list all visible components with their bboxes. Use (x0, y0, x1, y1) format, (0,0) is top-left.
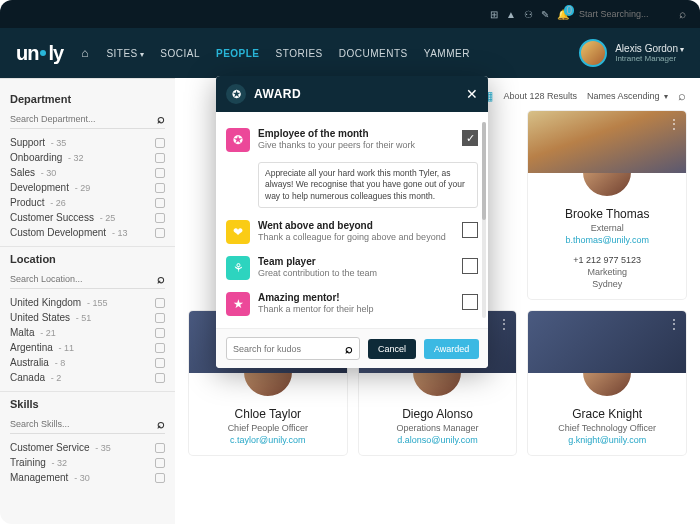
filter-item[interactable]: Malta - 21 (10, 325, 165, 340)
filter-label: Customer Success - 25 (10, 212, 155, 223)
filter-item[interactable]: United Kingdom - 155 (10, 295, 165, 310)
checkbox[interactable] (462, 258, 478, 274)
filter-item[interactable]: Argentina - 11 (10, 340, 165, 355)
filter-item[interactable]: United States - 51 (10, 310, 165, 325)
person-email[interactable]: b.thomas@unily.com (534, 235, 680, 245)
person-email[interactable]: d.alonso@unily.com (365, 435, 511, 445)
nav-social[interactable]: SOCIAL (160, 48, 200, 59)
checkbox[interactable] (155, 298, 165, 308)
checkbox[interactable] (462, 294, 478, 310)
department-search[interactable]: ⌕ (10, 109, 165, 129)
home-icon[interactable]: ⌂ (81, 46, 88, 60)
filter-item[interactable]: Development - 29 (10, 180, 165, 195)
filter-label: Training - 32 (10, 457, 155, 468)
user-icon[interactable]: ▲ (506, 9, 516, 20)
filter-item[interactable]: Training - 32 (10, 455, 165, 470)
checkbox[interactable] (155, 198, 165, 208)
filter-item[interactable]: Custom Development - 13 (10, 225, 165, 240)
filter-item[interactable]: Management - 30 (10, 470, 165, 485)
kudos-search[interactable]: ⌕ (226, 337, 360, 360)
person-role: Chief People Officer (195, 423, 341, 433)
checkbox[interactable] (155, 373, 165, 383)
award-title: Went above and beyond (258, 220, 454, 231)
search-icon[interactable]: ⌕ (157, 111, 165, 126)
filter-item[interactable]: Customer Success - 25 (10, 210, 165, 225)
user-menu[interactable]: Alexis Gordon▾ Intranet Manager (579, 39, 684, 67)
award-title: Amazing mentor! (258, 292, 454, 303)
filter-item[interactable]: Support - 35 (10, 135, 165, 150)
person-email[interactable]: c.taylor@unily.com (195, 435, 341, 445)
nav-sites[interactable]: SITES▾ (106, 48, 144, 59)
person-email[interactable]: g.knight@unily.com (534, 435, 680, 445)
location-search[interactable]: ⌕ (10, 269, 165, 289)
award-note[interactable]: Appreciate all your hard work this month… (258, 162, 478, 208)
checkbox[interactable] (155, 153, 165, 163)
checkbox[interactable] (462, 222, 478, 238)
search-icon[interactable]: ⌕ (345, 341, 353, 356)
modal-header: ✪ AWARD ✕ (216, 76, 488, 112)
filter-label: Malta - 21 (10, 327, 155, 338)
checkbox[interactable] (155, 228, 165, 238)
checkbox[interactable] (155, 213, 165, 223)
global-search-input[interactable] (579, 9, 669, 19)
filter-item[interactable]: Sales - 30 (10, 165, 165, 180)
checkbox[interactable] (155, 313, 165, 323)
award-icon: ✪ (226, 128, 250, 152)
modal-body: ✪Employee of the monthGive thanks to you… (216, 112, 488, 328)
filter-item[interactable]: Customer Service - 35 (10, 440, 165, 455)
checkbox[interactable] (155, 183, 165, 193)
checkbox[interactable] (155, 473, 165, 483)
filter-item[interactable]: Australia - 8 (10, 355, 165, 370)
skills-search[interactable]: ⌕ (10, 414, 165, 434)
filter-item[interactable]: Onboarding - 32 (10, 150, 165, 165)
search-icon[interactable]: ⌕ (678, 88, 686, 103)
checkbox[interactable] (155, 343, 165, 353)
checkbox[interactable] (155, 458, 165, 468)
person-card[interactable]: ⋮ Grace Knight Chief Technology Officer … (528, 311, 686, 455)
filter-item[interactable]: Canada - 2 (10, 370, 165, 385)
close-icon[interactable]: ✕ (466, 86, 478, 102)
award-option[interactable]: ✪Employee of the monthGive thanks to you… (226, 122, 478, 158)
nav-stories[interactable]: STORIES (276, 48, 323, 59)
filter-item[interactable]: Product - 26 (10, 195, 165, 210)
checkbox-checked[interactable]: ✓ (462, 130, 478, 146)
card-menu-icon[interactable]: ⋮ (668, 317, 680, 331)
card-menu-icon[interactable]: ⋮ (668, 117, 680, 131)
checkbox[interactable] (155, 138, 165, 148)
search-icon[interactable]: ⌕ (157, 271, 165, 286)
sort-dropdown[interactable]: Names Ascending ▾ (587, 91, 668, 101)
apps-icon[interactable]: ⊞ (490, 9, 498, 20)
awarded-button[interactable]: Awarded (424, 339, 479, 359)
filter-label: Canada - 2 (10, 372, 155, 383)
edit-icon[interactable]: ✎ (541, 9, 549, 20)
nav-people[interactable]: PEOPLE (216, 48, 260, 59)
award-icon: ⚘ (226, 256, 250, 280)
award-subtitle: Give thanks to your peers for their work (258, 140, 454, 150)
card-menu-icon[interactable]: ⋮ (498, 317, 510, 331)
checkbox[interactable] (155, 443, 165, 453)
nav-documents[interactable]: DOCUMENTS (339, 48, 408, 59)
cancel-button[interactable]: Cancel (368, 339, 416, 359)
org-icon[interactable]: ⚇ (524, 9, 533, 20)
person-name: Brooke Thomas (534, 207, 680, 221)
section-skills: Skills (10, 398, 165, 410)
award-modal: ✪ AWARD ✕ ✪Employee of the monthGive tha… (216, 76, 488, 368)
results-count: About 128 Results (503, 91, 577, 101)
bell-icon[interactable]: 🔔0 (557, 9, 569, 20)
checkbox[interactable] (155, 168, 165, 178)
award-option[interactable]: ⚘Team playerGreat contribution to the te… (226, 250, 478, 286)
award-option[interactable]: ★Amazing mentor!Thank a mentor for their… (226, 286, 478, 322)
person-name: Diego Alonso (365, 407, 511, 421)
filter-label: Australia - 8 (10, 357, 155, 368)
search-icon[interactable]: ⌕ (679, 7, 686, 21)
checkbox[interactable] (155, 328, 165, 338)
person-card[interactable]: ⋮ Brooke Thomas External b.thomas@unily.… (528, 111, 686, 299)
nav-yammer[interactable]: YAMMER (424, 48, 470, 59)
scrollbar[interactable] (482, 122, 486, 318)
filter-label: United Kingdom - 155 (10, 297, 155, 308)
search-icon[interactable]: ⌕ (157, 416, 165, 431)
award-option[interactable]: ❤Went above and beyondThank a colleague … (226, 214, 478, 250)
filter-sidebar: Department ⌕ Support - 35Onboarding - 32… (0, 78, 175, 524)
checkbox[interactable] (155, 358, 165, 368)
logo[interactable]: unly (16, 42, 63, 65)
